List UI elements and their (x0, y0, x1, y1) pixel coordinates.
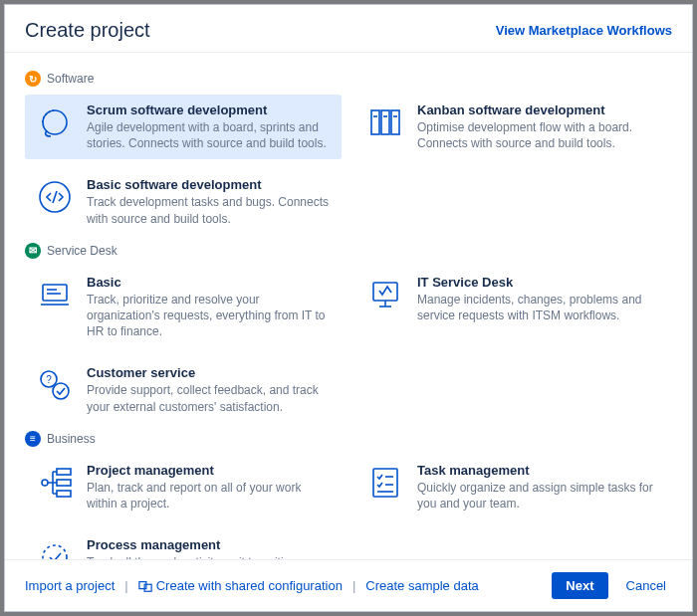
code-icon (35, 177, 75, 217)
dialog-title: Create project (25, 19, 150, 42)
dialog-body: ↻ Software Scrum software development Ag… (5, 53, 692, 559)
card-title: Basic (87, 275, 332, 290)
svg-rect-2 (381, 110, 389, 134)
checklist-icon (365, 463, 405, 503)
card-title: Customer service (87, 365, 332, 380)
template-sd-basic[interactable]: Basic Track, prioritize and resolve your… (25, 267, 342, 348)
section-header-software: ↻ Software (25, 71, 672, 87)
section-business: ≡ Business Project management Plan, trac… (25, 431, 672, 559)
servicedesk-icon: ✉ (25, 243, 41, 259)
card-desc: Plan, track and report on all of your wo… (87, 480, 332, 512)
template-basic-software[interactable]: Basic software development Track develop… (25, 169, 342, 234)
svg-line-8 (53, 191, 57, 203)
scrum-icon (35, 103, 75, 142)
svg-point-27 (43, 545, 67, 559)
section-label: Service Desk (47, 244, 117, 258)
next-button[interactable]: Next (552, 572, 607, 599)
svg-rect-1 (371, 110, 379, 134)
svg-rect-29 (144, 584, 151, 591)
card-desc: Agile development with a board, sprints … (87, 119, 332, 151)
section-software: ↻ Software Scrum software development Ag… (25, 71, 672, 235)
business-icon: ≡ (25, 431, 41, 447)
hierarchy-icon (35, 463, 75, 503)
template-process-mgmt[interactable]: Process management Track all the work ac… (25, 529, 342, 559)
svg-rect-28 (139, 581, 146, 588)
svg-point-22 (42, 480, 48, 486)
cancel-button[interactable]: Cancel (620, 577, 672, 594)
software-icon: ↻ (25, 71, 41, 87)
create-shared-config-link[interactable]: Create with shared configuration (138, 578, 343, 593)
marketplace-workflows-link[interactable]: View Marketplace Workflows (496, 23, 672, 38)
card-title: IT Service Desk (417, 275, 662, 290)
template-project-mgmt[interactable]: Project management Plan, track and repor… (25, 455, 342, 519)
section-label: Business (47, 432, 96, 446)
dialog-header: Create project View Marketplace Workflow… (5, 5, 692, 53)
svg-rect-21 (57, 491, 71, 497)
card-title: Task management (417, 463, 662, 478)
card-title: Scrum software development (87, 103, 332, 117)
card-title: Basic software development (87, 177, 332, 192)
create-sample-data-link[interactable]: Create sample data (365, 578, 478, 593)
card-desc: Manage incidents, changes, problems and … (417, 292, 662, 323)
template-kanban[interactable]: Kanban software development Optimise dev… (355, 95, 672, 159)
shared-config-label: Create with shared configuration (156, 578, 343, 593)
card-desc: Track development tasks and bugs. Connec… (87, 194, 332, 226)
dialog-footer: Import a project | Create with shared co… (5, 559, 692, 611)
section-header-business: ≡ Business (25, 431, 672, 447)
template-sd-it[interactable]: IT Service Desk Manage incidents, change… (355, 267, 672, 348)
monitor-icon (365, 275, 405, 314)
section-servicedesk: ✉ Service Desk Basic Track, prioritize a… (25, 243, 672, 423)
card-desc: Provide support, collect feedback, and t… (87, 382, 332, 414)
card-title: Kanban software development (417, 103, 662, 117)
separator: | (124, 578, 127, 593)
import-project-link[interactable]: Import a project (25, 578, 115, 593)
svg-point-18 (53, 383, 69, 399)
card-title: Process management (87, 537, 332, 552)
svg-rect-20 (57, 480, 71, 486)
svg-rect-3 (391, 110, 399, 134)
create-project-dialog: Create project View Marketplace Workflow… (4, 4, 693, 612)
separator: | (352, 578, 355, 593)
template-sd-customer[interactable]: ? Customer service Provide support, coll… (25, 357, 342, 422)
card-desc: Optimise development flow with a board. … (417, 119, 662, 151)
card-title: Project management (87, 463, 332, 478)
svg-rect-19 (57, 469, 71, 475)
section-header-servicedesk: ✉ Service Desk (25, 243, 672, 259)
shared-config-icon (138, 579, 152, 593)
card-desc: Quickly organize and assign simple tasks… (417, 480, 662, 512)
template-task-mgmt[interactable]: Task management Quickly organize and ass… (355, 455, 672, 519)
section-label: Software (47, 72, 94, 86)
svg-rect-13 (373, 283, 397, 301)
process-icon (35, 537, 75, 559)
feedback-icon: ? (35, 365, 75, 405)
svg-text:?: ? (46, 374, 52, 385)
laptop-icon (35, 275, 75, 314)
template-scrum[interactable]: Scrum software development Agile develop… (25, 95, 342, 159)
card-desc: Track, prioritize and resolve your organ… (87, 292, 332, 340)
kanban-icon (365, 103, 405, 142)
svg-rect-9 (43, 285, 67, 301)
